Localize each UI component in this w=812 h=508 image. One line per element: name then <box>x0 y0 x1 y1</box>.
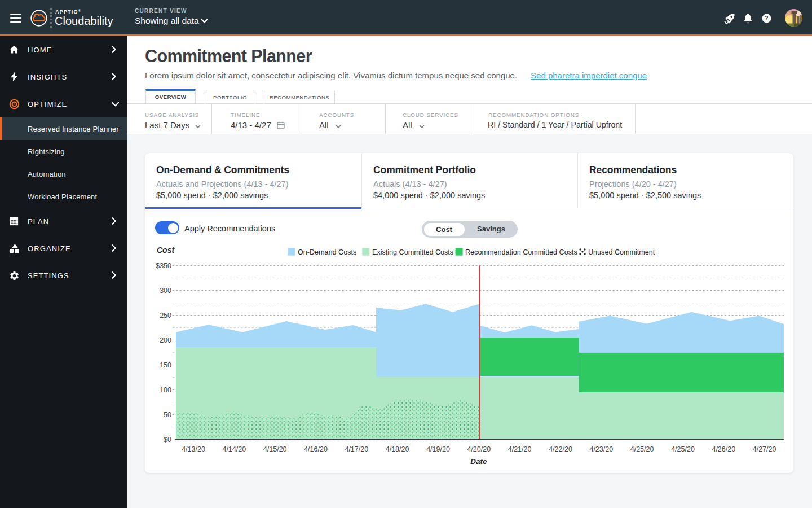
svg-text:4/25/20: 4/25/20 <box>630 445 654 453</box>
svg-text:250: 250 <box>160 312 171 319</box>
svg-text:4/19/20: 4/19/20 <box>426 445 450 453</box>
svg-text:Unused Commitment: Unused Commitment <box>588 248 655 256</box>
svg-text:Existing Committed Costs: Existing Committed Costs <box>372 248 453 256</box>
svg-text:?: ? <box>765 15 769 21</box>
svg-text:$350: $350 <box>156 262 171 270</box>
svg-text:4/26/20: 4/26/20 <box>712 445 735 453</box>
svg-text:4/27/20: 4/27/20 <box>753 445 776 453</box>
svg-text:On-Demand Costs: On-Demand Costs <box>298 248 356 256</box>
svg-text:4/23/20: 4/23/20 <box>589 445 613 453</box>
svg-text:4/21/20: 4/21/20 <box>508 445 532 453</box>
svg-text:4/20/20: 4/20/20 <box>467 445 491 453</box>
svg-text:Recommendation Committed Costs: Recommendation Committed Costs <box>465 248 577 256</box>
svg-text:150: 150 <box>160 361 171 369</box>
svg-text:50: 50 <box>164 411 171 419</box>
svg-text:100: 100 <box>160 386 171 394</box>
svg-text:$0: $0 <box>164 436 171 444</box>
svg-text:4/16/20: 4/16/20 <box>304 445 328 453</box>
svg-text:4/17/20: 4/17/20 <box>345 445 368 453</box>
svg-text:4/25/20: 4/25/20 <box>671 445 695 453</box>
svg-text:4/13/20: 4/13/20 <box>182 445 205 453</box>
svg-text:300: 300 <box>160 287 171 295</box>
svg-text:4/18/20: 4/18/20 <box>386 445 409 453</box>
svg-text:200: 200 <box>160 336 171 344</box>
svg-text:4/22/20: 4/22/20 <box>549 445 572 453</box>
svg-text:Date: Date <box>470 457 487 466</box>
svg-text:4/14/20: 4/14/20 <box>222 445 246 453</box>
svg-text:4/15/20: 4/15/20 <box>263 445 287 453</box>
svg-text:Cost: Cost <box>157 246 175 255</box>
